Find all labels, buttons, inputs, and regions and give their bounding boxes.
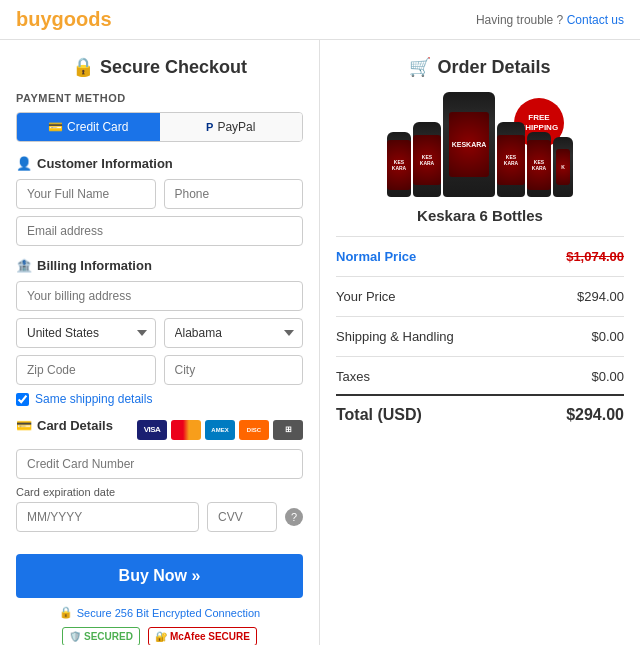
bottle-4: KESKARA — [497, 122, 525, 197]
card-number-row — [16, 449, 303, 479]
badge-row: 🛡️ SECURED 🔐 McAfee SECURE — [16, 627, 303, 645]
city-input[interactable] — [164, 355, 304, 385]
card-details-title: 💳 Card Details — [16, 418, 113, 433]
top-bar: buygoods Having trouble ? Contact us — [0, 0, 640, 40]
cvv-help-icon[interactable]: ? — [285, 508, 303, 526]
shipping-label: Shipping & Handling — [336, 329, 454, 344]
lock-small-icon: 🔒 — [59, 606, 73, 619]
taxes-row: Taxes $0.00 — [336, 363, 624, 390]
logo: buygoods — [16, 8, 112, 31]
main-container: 🔒 Secure Checkout PAYMENT METHOD 💳 Credi… — [0, 40, 640, 645]
product-bottles: KESKARA KESKARA KESKARA KESKARA KESKARA … — [336, 92, 624, 197]
normal-price-value: $1,074.00 — [566, 249, 624, 264]
shipping-value: $0.00 — [591, 329, 624, 344]
email-row — [16, 216, 303, 246]
secure-text: 🔒 Secure 256 Bit Encrypted Connection — [16, 606, 303, 619]
card-details-header: 💳 Card Details VISA AMEX DISC ⊞ — [16, 418, 303, 441]
left-panel: 🔒 Secure Checkout PAYMENT METHOD 💳 Credi… — [0, 40, 320, 645]
bottle-6: K — [553, 137, 573, 197]
expiry-label: Card expiration date — [16, 486, 303, 498]
total-value: $294.00 — [566, 406, 624, 424]
name-phone-row — [16, 179, 303, 209]
tab-credit-card[interactable]: 💳 Credit Card — [17, 113, 160, 141]
buy-now-button[interactable]: Buy Now » — [16, 554, 303, 598]
full-name-input[interactable] — [16, 179, 156, 209]
card-details-section: 💳 Card Details VISA AMEX DISC ⊞ Card exp… — [16, 418, 303, 532]
discover-icon: DISC — [239, 420, 269, 440]
top-bar-help: Having trouble ? Contact us — [476, 13, 624, 27]
right-panel: 🛒 Order Details FREE SHIPPING KESKARA KE… — [320, 40, 640, 645]
payment-tabs: 💳 Credit Card P PayPal — [16, 112, 303, 142]
billing-address-input[interactable] — [16, 281, 303, 311]
state-select[interactable]: Alabama — [164, 318, 304, 348]
person-icon: 👤 — [16, 156, 32, 171]
cvv-row: ? — [16, 502, 303, 532]
bottle-1: KESKARA — [387, 132, 411, 197]
email-input[interactable] — [16, 216, 303, 246]
taxes-value: $0.00 — [591, 369, 624, 384]
customer-info-title: 👤 Customer Information — [16, 156, 303, 171]
zip-input[interactable] — [16, 355, 156, 385]
price-divider-3 — [336, 316, 624, 317]
product-name: Keskara 6 Bottles — [336, 207, 624, 224]
same-shipping-row: Same shipping details — [16, 392, 303, 406]
country-state-row: United States Alabama — [16, 318, 303, 348]
card-icon-label: 💳 — [16, 418, 32, 433]
visa-icon: VISA — [137, 420, 167, 440]
bottle-2: KESKARA — [413, 122, 441, 197]
contact-link[interactable]: Contact us — [567, 13, 624, 27]
cvv-input[interactable] — [207, 502, 277, 532]
cart-icon: 🛒 — [409, 56, 431, 78]
your-price-row: Your Price $294.00 — [336, 283, 624, 310]
country-select[interactable]: United States — [16, 318, 156, 348]
your-price-label: Your Price — [336, 289, 396, 304]
address-row — [16, 281, 303, 311]
mcafee-badge: 🔐 McAfee SECURE — [148, 627, 257, 645]
customer-info-section: 👤 Customer Information — [16, 156, 303, 246]
expiry-input[interactable] — [16, 502, 199, 532]
your-price-value: $294.00 — [577, 289, 624, 304]
shield-icon: 🛡️ — [69, 631, 81, 642]
credit-card-tab-icon: 💳 — [48, 120, 63, 134]
mastercard-icon — [171, 420, 201, 440]
tab-paypal[interactable]: P PayPal — [160, 113, 303, 141]
mcafee-icon: 🔐 — [155, 631, 167, 642]
same-shipping-checkbox[interactable] — [16, 393, 29, 406]
zip-city-row — [16, 355, 303, 385]
bottle-5: KESKARA — [527, 132, 551, 197]
checkout-title: 🔒 Secure Checkout — [16, 56, 303, 78]
price-divider — [336, 236, 624, 237]
normal-price-row: Normal Price $1,074.00 — [336, 243, 624, 270]
price-divider-4 — [336, 356, 624, 357]
taxes-label: Taxes — [336, 369, 370, 384]
lock-icon: 🔒 — [72, 56, 94, 78]
order-title: 🛒 Order Details — [336, 56, 624, 78]
payment-method-label: PAYMENT METHOD — [16, 92, 303, 104]
paypal-tab-icon: P — [206, 121, 213, 133]
same-shipping-label: Same shipping details — [35, 392, 152, 406]
bottle-3: KESKARA — [443, 92, 495, 197]
shipping-row: Shipping & Handling $0.00 — [336, 323, 624, 350]
card-icons: VISA AMEX DISC ⊞ — [137, 420, 303, 440]
total-row: Total (USD) $294.00 — [336, 394, 624, 434]
phone-input[interactable] — [164, 179, 304, 209]
price-divider-2 — [336, 276, 624, 277]
secured-badge: 🛡️ SECURED — [62, 627, 140, 645]
billing-info-section: 🏦 Billing Information United States Alab… — [16, 258, 303, 406]
card-number-input[interactable] — [16, 449, 303, 479]
product-image-area: FREE SHIPPING KESKARA KESKARA KESKARA KE… — [336, 92, 624, 197]
normal-price-label: Normal Price — [336, 249, 416, 264]
billing-icon: 🏦 — [16, 258, 32, 273]
total-label: Total (USD) — [336, 406, 422, 424]
billing-info-title: 🏦 Billing Information — [16, 258, 303, 273]
amex-icon: AMEX — [205, 420, 235, 440]
other-card-icon: ⊞ — [273, 420, 303, 440]
